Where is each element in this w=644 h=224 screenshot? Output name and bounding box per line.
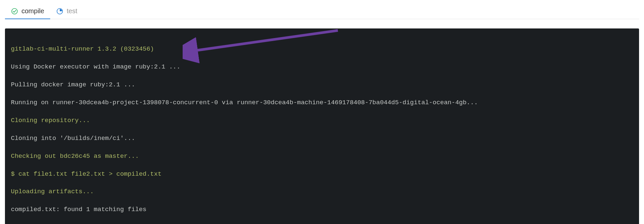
log-line: Pulling docker image ruby:2.1 ... [11, 80, 633, 89]
log-line: Cloning repository... [11, 116, 633, 125]
tab-compile[interactable]: compile [5, 3, 50, 19]
running-spinner-icon [56, 8, 63, 15]
log-line: compiled.txt: found 1 matching files [11, 205, 633, 214]
tab-compile-label: compile [21, 7, 44, 15]
log-line: Checking out bdc26c45 as master... [11, 152, 633, 161]
log-line: $ cat file1.txt file2.txt > compiled.txt [11, 170, 633, 179]
tab-test[interactable]: test [50, 3, 83, 19]
log-line: Using Docker executor with image ruby:2.… [11, 63, 633, 71]
tabs-bar: compile test [5, 0, 639, 19]
log-line: Cloning into '/builds/inem/ci'... [11, 134, 633, 143]
success-check-icon [11, 8, 18, 15]
build-log-terminal: gitlab-ci-multi-runner 1.3.2 (0323456) U… [5, 28, 639, 224]
svg-point-0 [12, 8, 18, 14]
log-line: gitlab-ci-multi-runner 1.3.2 (0323456) [11, 45, 633, 54]
log-line: Uploading artifacts... [11, 187, 633, 196]
tab-test-label: test [67, 7, 77, 15]
log-line: Running on runner-30dcea4b-project-13980… [11, 98, 633, 107]
